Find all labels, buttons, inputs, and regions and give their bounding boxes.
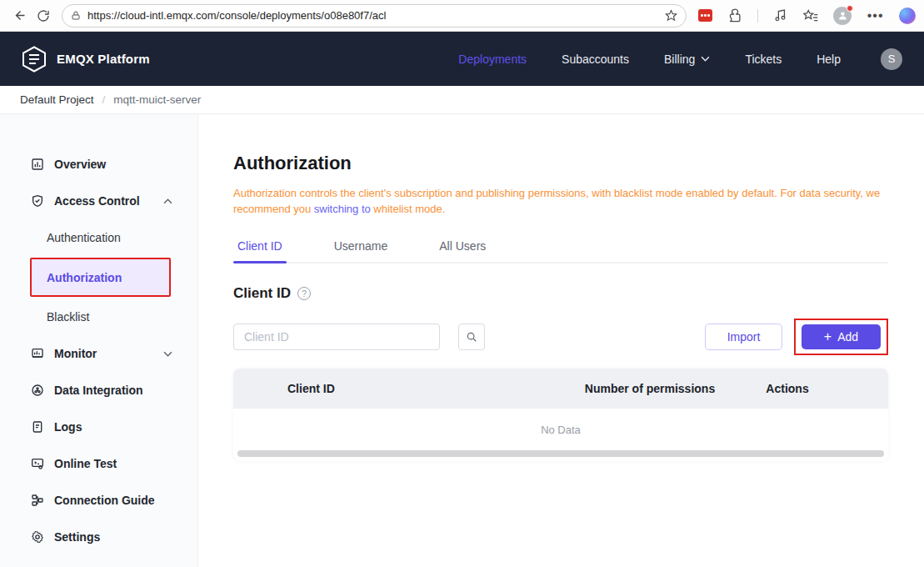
sidebar-item-overview[interactable]: Overview <box>0 148 197 181</box>
sidebar-item-connection-guide[interactable]: Connection Guide <box>0 484 197 517</box>
add-button-annotation-box: + Add <box>794 319 888 355</box>
gear-icon <box>30 530 44 544</box>
shield-icon <box>30 194 44 208</box>
url-text[interactable]: https://cloud-intl.emqx.com/console/depl… <box>87 9 658 22</box>
brand[interactable]: EMQX Platform <box>22 46 150 73</box>
column-client-id: Client ID <box>233 382 550 395</box>
sidebar-item-authorization[interactable]: Authorization <box>30 258 171 297</box>
client-id-search-input[interactable] <box>233 324 440 350</box>
back-icon[interactable] <box>8 4 32 28</box>
horizontal-scrollbar[interactable] <box>237 450 884 457</box>
favorite-star-icon[interactable] <box>665 9 677 22</box>
table-header: Client ID Number of permissions Actions <box>233 369 888 409</box>
lock-icon <box>71 10 81 21</box>
collections-icon[interactable] <box>803 9 818 23</box>
address-bar[interactable]: https://cloud-intl.emqx.com/console/depl… <box>62 4 687 28</box>
tab-client-id[interactable]: Client ID <box>233 239 287 262</box>
notification-dot <box>847 5 853 12</box>
sidebar-label: Data Integration <box>54 384 143 397</box>
app-navbar: EMQX Platform Deployments Subaccounts Bi… <box>0 32 924 86</box>
online-test-icon <box>30 457 44 471</box>
copilot-icon[interactable] <box>899 8 916 24</box>
column-actions: Actions <box>750 382 825 395</box>
browser-toolbar: https://cloud-intl.emqx.com/console/depl… <box>0 0 924 32</box>
empty-state: No Data <box>233 409 888 450</box>
page-title: Authorization <box>233 153 888 174</box>
monitor-icon <box>30 347 44 361</box>
tab-bar: Client ID Username All Users <box>233 239 888 263</box>
nav-deployments[interactable]: Deployments <box>458 53 527 66</box>
sidebar-label: Connection Guide <box>54 494 155 507</box>
overview-icon <box>30 158 44 172</box>
search-icon <box>466 331 477 343</box>
plus-icon: + <box>824 330 832 344</box>
browser-profile-avatar[interactable] <box>833 7 852 25</box>
import-button[interactable]: Import <box>705 324 782 350</box>
sidebar-label: Access Control <box>54 194 140 208</box>
browser-menu-icon[interactable]: ••• <box>867 8 884 23</box>
nav-tickets[interactable]: Tickets <box>745 53 782 66</box>
sidebar-label: Blacklist <box>47 310 89 324</box>
sidebar-item-access-control[interactable]: Access Control <box>0 184 197 218</box>
tab-username[interactable]: Username <box>330 239 392 262</box>
sidebar-item-authentication[interactable]: Authentication <box>0 221 197 254</box>
controls-row: Import + Add <box>233 319 888 355</box>
sidebar-label: Logs <box>54 420 82 434</box>
nav-subaccounts[interactable]: Subaccounts <box>562 53 629 66</box>
sidebar-item-blacklist[interactable]: Blacklist <box>0 300 197 334</box>
sidebar: Overview Access Control Authentication A… <box>0 114 198 567</box>
tab-all-users[interactable]: All Users <box>435 239 490 262</box>
connection-guide-icon <box>30 494 44 508</box>
emqx-logo-icon <box>22 46 47 73</box>
media-settings-icon[interactable] <box>773 8 787 23</box>
chevron-down-icon <box>163 351 172 357</box>
sidebar-item-online-test[interactable]: Online Test <box>0 447 197 480</box>
breadcrumb-separator: / <box>102 93 106 106</box>
breadcrumb-deployment: mqtt-muict-server <box>113 93 201 106</box>
user-avatar[interactable]: S <box>881 48 902 70</box>
main-content: Authorization Authorization controls the… <box>198 114 924 567</box>
sidebar-label: Online Test <box>54 457 117 470</box>
sidebar-label: Authorization <box>47 271 122 284</box>
password-manager-extension-icon[interactable] <box>698 9 712 22</box>
sidebar-item-data-integration[interactable]: Data Integration <box>0 374 197 407</box>
notice-text-after: whitelist mode. <box>371 203 446 215</box>
switching-to-link[interactable]: switching to <box>314 203 371 215</box>
sidebar-label: Overview <box>54 158 106 171</box>
sidebar-label: Settings <box>54 530 100 544</box>
permissions-table: Client ID Number of permissions Actions … <box>233 369 888 461</box>
nav-billing[interactable]: Billing <box>664 53 710 66</box>
section-title: Client ID <box>233 285 291 302</box>
search-button[interactable] <box>458 324 485 350</box>
sidebar-item-monitor[interactable]: Monitor <box>0 337 197 370</box>
chevron-up-icon <box>163 198 172 204</box>
help-icon[interactable]: ? <box>297 287 311 300</box>
sidebar-label: Authentication <box>47 231 121 244</box>
breadcrumb-project[interactable]: Default Project <box>20 93 94 106</box>
breadcrumb: Default Project / mqtt-muict-server <box>0 86 924 114</box>
add-button-label: Add <box>837 330 858 344</box>
nav-help[interactable]: Help <box>817 53 841 66</box>
column-number-of-permissions: Number of permissions <box>550 382 750 395</box>
authorization-notice: Authorization controls the client's subs… <box>233 185 888 217</box>
add-button[interactable]: + Add <box>802 324 881 349</box>
sidebar-item-logs[interactable]: Logs <box>0 410 197 444</box>
sidebar-item-settings[interactable]: Settings <box>0 520 197 554</box>
extension-icon[interactable] <box>727 8 742 23</box>
chevron-down-icon <box>701 56 710 62</box>
sidebar-label: Monitor <box>54 347 97 360</box>
data-integration-icon <box>30 384 44 398</box>
toolbar-divider <box>757 9 758 23</box>
brand-name: EMQX Platform <box>57 52 150 66</box>
logs-icon <box>30 420 44 434</box>
refresh-icon[interactable] <box>32 4 55 28</box>
nav-billing-label: Billing <box>664 53 695 66</box>
